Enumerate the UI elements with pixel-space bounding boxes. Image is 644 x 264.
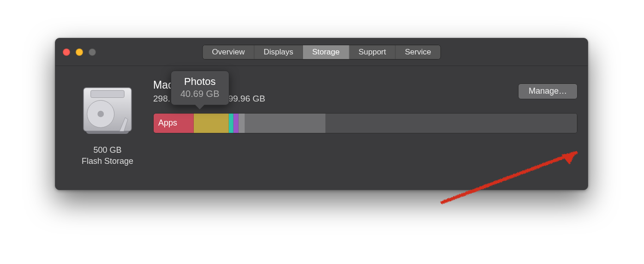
close-icon[interactable] <box>63 48 70 56</box>
storage-segment-3[interactable] <box>233 114 238 133</box>
drive-capacity-label: 500 GB Flash Storage <box>82 144 133 167</box>
minimize-icon[interactable] <box>76 48 83 56</box>
traffic-lights <box>63 48 96 56</box>
drive-icon <box>78 79 137 139</box>
tab-service[interactable]: Service <box>396 45 441 59</box>
storage-segment-1[interactable] <box>194 114 229 133</box>
storage-segment-0[interactable]: Apps <box>154 114 194 133</box>
svg-line-3 <box>442 152 576 202</box>
tab-overview[interactable]: Overview <box>203 45 255 59</box>
zoom-icon[interactable] <box>89 48 96 56</box>
storage-segment-6[interactable] <box>326 114 577 133</box>
tooltip-value: 40.69 GB <box>180 89 220 99</box>
drive-column: 500 GB Flash Storage <box>64 74 151 167</box>
drive-capacity-line1: 500 GB <box>82 144 133 156</box>
titlebar: OverviewDisplaysStorageSupportService <box>55 38 588 66</box>
storage-segment-4[interactable] <box>239 114 245 133</box>
svg-point-2 <box>97 111 104 117</box>
tab-support[interactable]: Support <box>349 45 396 59</box>
about-this-mac-window: OverviewDisplaysStorageSupportService Ph… <box>55 38 588 190</box>
annotation-arrow <box>437 146 590 206</box>
tab-displays[interactable]: Displays <box>254 45 303 59</box>
drive-capacity-line2: Flash Storage <box>82 156 133 167</box>
storage-bar[interactable]: Apps <box>153 113 578 133</box>
storage-segment-tooltip: Photos 40.69 GB <box>171 71 229 105</box>
storage-segment-2[interactable] <box>229 114 233 133</box>
tab-storage[interactable]: Storage <box>303 45 350 59</box>
storage-segment-5[interactable] <box>245 114 325 133</box>
manage-button[interactable]: Manage… <box>518 84 578 99</box>
svg-marker-4 <box>561 152 576 164</box>
tooltip-title: Photos <box>180 76 220 88</box>
tab-bar: OverviewDisplaysStorageSupportService <box>203 45 441 60</box>
svg-rect-0 <box>91 90 125 98</box>
storage-content: 500 GB Flash Storage Mac 298.. . .. . . … <box>55 66 588 175</box>
